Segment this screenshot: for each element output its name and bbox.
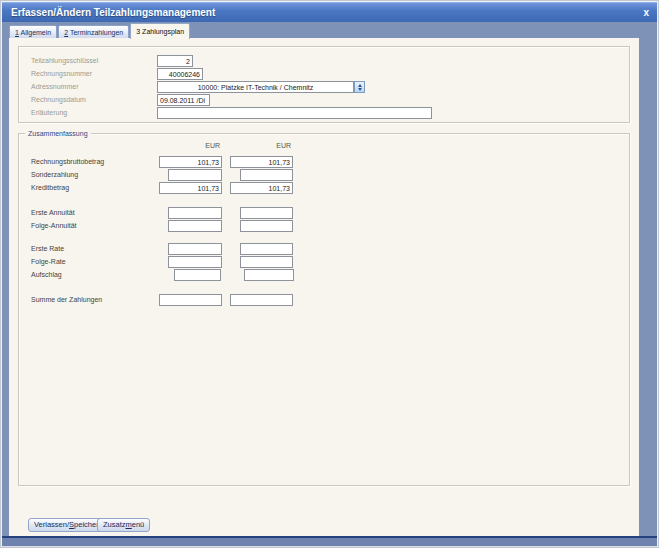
form-row: Rechnungsnummer — [19, 68, 629, 81]
currency-header-row: EUR EUR — [19, 142, 629, 155]
sonderzahlung-label: Sonderzahlung — [31, 171, 78, 178]
summary-row: Aufschlag — [19, 269, 629, 282]
folge-annuitaet-label: Folge-Annuität — [31, 222, 77, 229]
erste-annuitaet-input-col2[interactable] — [240, 207, 293, 219]
sonderzahlung-input-col1[interactable] — [168, 169, 222, 181]
rechnungsdatum-label: Rechnungsdatum — [31, 96, 86, 103]
summary-row: Rechnungsbruttobetrag — [19, 156, 629, 169]
window-title: Erfassen/Ändern Teilzahlungsmanagement — [11, 3, 215, 23]
form-row: Rechnungsdatum — [19, 94, 629, 107]
dialog-window: Erfassen/Ändern Teilzahlungsmanagement x… — [0, 0, 659, 548]
form-row: Erläuterung — [19, 107, 629, 120]
tab-terminzahlungen[interactable]: 2 Terminzahlungen — [58, 25, 129, 39]
zusammenfassung-group: Zusammenfassung EUR EUR Rechnungsbruttob… — [18, 133, 630, 486]
window-bottom-edge — [2, 536, 657, 546]
kreditbetrag-input-col2[interactable] — [230, 182, 293, 194]
summary-row: Summe der Zahlungen — [19, 294, 629, 307]
summary-row: Kreditbetrag — [19, 182, 629, 195]
summary-row: Folge-Annuität — [19, 220, 629, 233]
button-label-part: Verlassen/ — [34, 520, 69, 529]
summe-der-zahlungen-input-col2[interactable] — [230, 294, 293, 306]
currency-header-col2: EUR — [230, 142, 291, 149]
folge-annuitaet-input-col1[interactable] — [168, 220, 222, 232]
erste-rate-label: Erste Rate — [31, 245, 64, 252]
currency-header-col1: EUR — [159, 142, 220, 149]
rechnungsnummer-input[interactable] — [157, 68, 203, 80]
zusatzmenu-button[interactable]: Zusatzmenü — [97, 518, 150, 532]
summary-row: Erste Rate — [19, 243, 629, 256]
adressnummer-input[interactable] — [157, 81, 354, 93]
zusammenfassung-legend: Zusammenfassung — [25, 129, 91, 138]
tab-zahlungsplan[interactable]: 3 Zahlungsplan — [130, 23, 190, 39]
close-icon[interactable]: x — [643, 3, 649, 22]
kreditbetrag-input-col1[interactable] — [159, 182, 222, 194]
folge-rate-label: Folge-Rate — [31, 258, 66, 265]
button-row: Verlassen/Speichern Zusatzmenü — [9, 518, 639, 534]
rechnungsbruttobetrag-input-col1[interactable] — [159, 156, 222, 168]
button-label-part: enü — [132, 520, 145, 529]
window-frame: 1 Allgemein 2 Terminzahlungen 3 Zahlungs… — [2, 22, 657, 536]
teilzahlungsschluessel-label: Teilzahlungsschlüssel — [31, 57, 98, 64]
form-row: Adressnummer — [19, 81, 629, 94]
summary-row: Sonderzahlung — [19, 169, 629, 182]
rechnungsbruttobetrag-input-col2[interactable] — [230, 156, 293, 168]
tab-strip: 1 Allgemein 2 Terminzahlungen 3 Zahlungs… — [9, 23, 190, 39]
erlaeuterung-input[interactable] — [157, 107, 432, 119]
erste-annuitaet-label: Erste Annuität — [31, 209, 75, 216]
adressnummer-label: Adressnummer — [31, 83, 78, 90]
summary-row: Erste Annuität — [19, 207, 629, 220]
tab-terminzahlungen-label: Terminzahlungen — [68, 29, 123, 36]
sonderzahlung-input-col2[interactable] — [240, 169, 293, 181]
rechnungsdatum-input[interactable] — [157, 94, 210, 106]
summary-row: Folge-Rate — [19, 256, 629, 269]
aufschlag-input-col2[interactable] — [244, 269, 294, 281]
invoice-group: Teilzahlungsschlüssel Rechnungsnummer Ad… — [18, 46, 630, 123]
folge-rate-input-col2[interactable] — [240, 256, 293, 268]
erste-annuitaet-input-col1[interactable] — [168, 207, 222, 219]
tab-allgemein-label: Allgemein — [19, 29, 51, 36]
teilzahlungsschluessel-input[interactable] — [157, 55, 193, 67]
kreditbetrag-label: Kreditbetrag — [31, 184, 69, 191]
adressnummer-spinner[interactable] — [354, 81, 365, 93]
folge-rate-input-col1[interactable] — [168, 256, 222, 268]
rechnungsbruttobetrag-label: Rechnungsbruttobetrag — [31, 158, 104, 165]
erste-rate-input-col2[interactable] — [240, 243, 293, 255]
folge-annuitaet-input-col2[interactable] — [240, 220, 293, 232]
spinner-down-icon — [358, 88, 362, 91]
erlaeuterung-label: Erläuterung — [31, 109, 67, 116]
erste-rate-input-col1[interactable] — [168, 243, 222, 255]
form-row: Teilzahlungsschlüssel — [19, 55, 629, 68]
tab-page-zahlungsplan: Teilzahlungsschlüssel Rechnungsnummer Ad… — [9, 38, 639, 536]
tab-zahlungsplan-label: Zahlungsplan — [140, 28, 184, 35]
aufschlag-label: Aufschlag — [31, 271, 62, 278]
button-label-part: Zusatz — [103, 520, 126, 529]
spinner-up-icon — [358, 84, 362, 87]
summe-der-zahlungen-input-col1[interactable] — [159, 294, 222, 306]
aufschlag-input-col1[interactable] — [174, 269, 221, 281]
summe-der-zahlungen-label: Summe der Zahlungen — [31, 296, 102, 303]
rechnungsnummer-label: Rechnungsnummer — [31, 70, 92, 77]
title-bar[interactable]: Erfassen/Ändern Teilzahlungsmanagement x — [2, 2, 657, 22]
tab-allgemein[interactable]: 1 Allgemein — [9, 25, 57, 39]
